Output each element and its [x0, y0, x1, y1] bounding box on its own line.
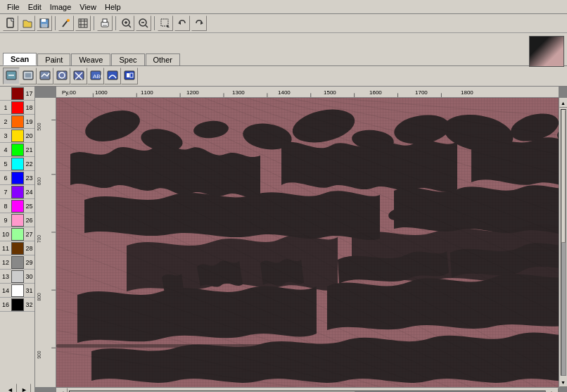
- canvas-area: Py,00 1000 1100 1200 1300 1400 1500 1600…: [35, 87, 567, 392]
- swatch-row-1[interactable]: 1 18: [0, 101, 34, 115]
- swatch-row-15[interactable]: 16 32: [0, 298, 34, 312]
- menu-bar: File Edit Image View Help: [0, 0, 567, 14]
- swatch-row-5[interactable]: 5 22: [0, 157, 34, 171]
- swatch-row-8[interactable]: 8 25: [0, 199, 34, 213]
- new-button[interactable]: [3, 15, 18, 31]
- tab-bar: Scan Paint Weave Spec Other: [0, 33, 567, 65]
- color-next-button[interactable]: ►: [18, 384, 31, 392]
- pattern-svg: [56, 98, 559, 387]
- menu-image[interactable]: Image: [46, 2, 76, 12]
- divider-1: [55, 16, 56, 30]
- swatch-color-7[interactable]: [11, 186, 24, 198]
- swatch-color-4[interactable]: [11, 144, 24, 156]
- divider-4: [154, 16, 155, 30]
- swatch-row-2[interactable]: 2 19: [0, 115, 34, 129]
- ruler-left: 500 600 700 800 900: [35, 98, 56, 387]
- swatch-row-3[interactable]: 3 20: [0, 129, 34, 143]
- swatch-color-14[interactable]: [11, 284, 24, 297]
- swatch-color-3[interactable]: [11, 129, 24, 142]
- tab-paint[interactable]: Paint: [37, 53, 70, 65]
- swatch-color-10[interactable]: [11, 228, 24, 241]
- tab-weave[interactable]: Weave: [71, 53, 110, 65]
- main-area: 17 1 18 2 19 3 20 4 21 5 22 6: [0, 87, 567, 392]
- swatch-row-10[interactable]: 10 27: [0, 227, 34, 241]
- scan-btn-2[interactable]: [20, 68, 37, 84]
- hscroll-left-btn[interactable]: ◄: [56, 388, 68, 393]
- pick-button[interactable]: [58, 15, 74, 31]
- divider-2: [94, 16, 94, 30]
- swatch-row-7[interactable]: 7 24: [0, 185, 34, 199]
- swatch-color-9[interactable]: [11, 214, 24, 227]
- svg-text:700: 700: [37, 235, 42, 244]
- scan-btn-7[interactable]: [104, 68, 121, 84]
- scan-btn-3[interactable]: [37, 68, 53, 84]
- swatch-row-13[interactable]: 13 30: [0, 270, 34, 284]
- svg-point-5: [67, 19, 70, 22]
- menu-view[interactable]: View: [75, 2, 101, 12]
- swatch-color-1[interactable]: [11, 101, 24, 114]
- swatch-color-15[interactable]: [11, 298, 24, 311]
- svg-text:800: 800: [37, 293, 42, 301]
- ruler-ticks-svg: [56, 87, 559, 97]
- scan-toolbar: ABC: [0, 65, 567, 86]
- scan-btn-5[interactable]: [70, 68, 87, 84]
- zoom-in-button[interactable]: [119, 15, 134, 31]
- hscroll-right-btn[interactable]: ►: [547, 388, 559, 393]
- zoom-out-button[interactable]: [136, 15, 151, 31]
- grid-button[interactable]: [75, 15, 91, 31]
- select-button[interactable]: [158, 15, 173, 31]
- hscrollbar[interactable]: ◄ ►: [56, 387, 559, 392]
- swatch-color-8[interactable]: [11, 200, 24, 213]
- svg-text:900: 900: [37, 350, 42, 359]
- swatch-color-2[interactable]: [11, 115, 24, 128]
- swatch-row-11[interactable]: 11 28: [0, 241, 34, 255]
- swatch-row-12[interactable]: 12 29: [0, 255, 34, 270]
- tab-other[interactable]: Other: [146, 53, 181, 65]
- undo-button[interactable]: [174, 15, 190, 31]
- tab-spec[interactable]: Spec: [111, 53, 144, 65]
- vscroll-track[interactable]: [561, 109, 566, 376]
- swatch-color-13[interactable]: [11, 270, 24, 283]
- scan-btn-6[interactable]: ABC: [87, 68, 104, 84]
- canvas-container[interactable]: [56, 98, 559, 387]
- svg-rect-12: [103, 19, 107, 23]
- svg-rect-10: [79, 19, 87, 27]
- save-button[interactable]: [37, 15, 52, 31]
- swatch-row-14[interactable]: 14 31: [0, 284, 34, 298]
- swatch-row-9[interactable]: 9 26: [0, 213, 34, 227]
- svg-text:500: 500: [37, 122, 42, 131]
- menu-help[interactable]: Help: [101, 2, 125, 12]
- divider-3: [115, 16, 116, 30]
- swatch-color-12[interactable]: [11, 256, 24, 269]
- svg-text:600: 600: [37, 177, 42, 186]
- vscroll-up-btn[interactable]: ▲: [559, 98, 568, 108]
- color-panel: 17 1 18 2 19 3 20 4 21 5 22 6: [0, 87, 35, 392]
- ruler-left-svg: 500 600 700 800 900: [35, 98, 56, 387]
- svg-rect-29: [40, 71, 50, 80]
- swatch-color-6[interactable]: [11, 172, 24, 184]
- vscroll-down-btn[interactable]: ▼: [559, 377, 568, 387]
- vscrollbar[interactable]: ▲ ▼: [559, 98, 567, 387]
- swatch-color-11[interactable]: [11, 242, 24, 255]
- swatch-color-0[interactable]: [11, 87, 24, 100]
- scan-btn-1[interactable]: [3, 68, 20, 84]
- svg-line-19: [146, 25, 148, 27]
- tab-scan[interactable]: Scan: [3, 53, 37, 65]
- open-button[interactable]: [20, 15, 35, 31]
- color-prev-button[interactable]: ◄: [4, 384, 17, 392]
- menu-file[interactable]: File: [3, 2, 24, 12]
- scan-btn-4[interactable]: [53, 68, 70, 84]
- swatch-row-4[interactable]: 4 21: [0, 143, 34, 157]
- vscroll-thumb[interactable]: [561, 110, 566, 243]
- menu-edit[interactable]: Edit: [24, 2, 46, 12]
- svg-rect-3: [42, 24, 47, 27]
- swatch-num-right: 17: [24, 90, 34, 97]
- swatch-row-0[interactable]: 17: [0, 87, 34, 101]
- redo-button[interactable]: [191, 15, 207, 31]
- swatch-row-6[interactable]: 6 23: [0, 171, 34, 185]
- tools-row: [0, 14, 567, 32]
- svg-rect-13: [103, 25, 107, 27]
- print-button[interactable]: [97, 15, 113, 31]
- swatch-color-5[interactable]: [11, 158, 24, 170]
- scan-btn-8[interactable]: [121, 68, 138, 84]
